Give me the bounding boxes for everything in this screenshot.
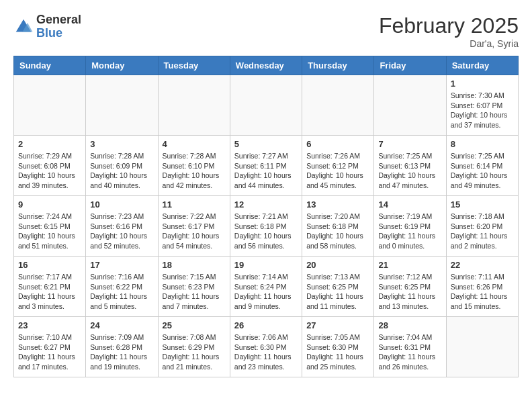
calendar-cell: 18Sunrise: 7:15 AM Sunset: 6:23 PM Dayli… [158,257,230,317]
day-number: 4 [163,139,226,149]
location-subtitle: Dar'a, Syria [379,38,519,49]
calendar-table: SundayMondayTuesdayWednesdayThursdayFrid… [13,56,519,377]
day-number: 28 [378,320,441,330]
day-info: Sunrise: 7:20 AM Sunset: 6:18 PM Dayligh… [306,212,369,251]
day-info: Sunrise: 7:16 AM Sunset: 6:22 PM Dayligh… [90,272,153,312]
day-number: 8 [451,139,514,149]
calendar-cell: 26Sunrise: 7:06 AM Sunset: 6:30 PM Dayli… [230,317,302,377]
calendar-cell: 25Sunrise: 7:08 AM Sunset: 6:29 PM Dayli… [158,317,230,377]
calendar-cell: 11Sunrise: 7:22 AM Sunset: 6:17 PM Dayli… [158,196,230,257]
calendar-cell: 22Sunrise: 7:11 AM Sunset: 6:26 PM Dayli… [446,257,518,317]
calendar-cell [14,75,86,136]
day-info: Sunrise: 7:09 AM Sunset: 6:28 PM Dayligh… [90,332,153,372]
week-row-5: 23Sunrise: 7:10 AM Sunset: 6:27 PM Dayli… [14,317,519,377]
day-number: 3 [90,139,153,149]
weekday-header-thursday: Thursday [302,56,374,75]
calendar-cell: 3Sunrise: 7:28 AM Sunset: 6:09 PM Daylig… [86,136,158,196]
page-header: General Blue February 2025 Dar'a, Syria [13,13,519,49]
day-number: 11 [163,199,226,210]
calendar-cell: 10Sunrise: 7:23 AM Sunset: 6:16 PM Dayli… [86,196,158,257]
calendar-cell: 5Sunrise: 7:27 AM Sunset: 6:11 PM Daylig… [230,136,302,196]
day-info: Sunrise: 7:14 AM Sunset: 6:24 PM Dayligh… [234,272,298,312]
logo-general: General [36,13,81,27]
day-info: Sunrise: 7:08 AM Sunset: 6:29 PM Dayligh… [163,332,226,372]
week-row-1: 1Sunrise: 7:30 AM Sunset: 6:07 PM Daylig… [14,75,519,136]
day-number: 5 [234,139,298,149]
day-number: 27 [306,320,369,330]
calendar-cell: 19Sunrise: 7:14 AM Sunset: 6:24 PM Dayli… [230,257,302,317]
day-info: Sunrise: 7:10 AM Sunset: 6:27 PM Dayligh… [18,332,81,372]
calendar-cell: 7Sunrise: 7:25 AM Sunset: 6:13 PM Daylig… [374,136,446,196]
day-number: 6 [306,139,369,149]
calendar-cell: 13Sunrise: 7:20 AM Sunset: 6:18 PM Dayli… [302,196,374,257]
day-info: Sunrise: 7:29 AM Sunset: 6:08 PM Dayligh… [18,151,81,191]
day-info: Sunrise: 7:06 AM Sunset: 6:30 PM Dayligh… [234,332,298,372]
day-info: Sunrise: 7:15 AM Sunset: 6:23 PM Dayligh… [163,272,226,312]
day-info: Sunrise: 7:19 AM Sunset: 6:19 PM Dayligh… [378,212,441,251]
calendar-cell: 16Sunrise: 7:17 AM Sunset: 6:21 PM Dayli… [14,257,86,317]
day-number: 16 [18,260,81,270]
calendar-cell: 12Sunrise: 7:21 AM Sunset: 6:18 PM Dayli… [230,196,302,257]
weekday-header-monday: Monday [86,56,158,75]
calendar-cell: 8Sunrise: 7:25 AM Sunset: 6:14 PM Daylig… [446,136,518,196]
day-info: Sunrise: 7:05 AM Sunset: 6:30 PM Dayligh… [306,332,369,372]
calendar-cell: 1Sunrise: 7:30 AM Sunset: 6:07 PM Daylig… [446,75,518,136]
day-info: Sunrise: 7:24 AM Sunset: 6:15 PM Dayligh… [18,212,81,251]
day-info: Sunrise: 7:23 AM Sunset: 6:16 PM Dayligh… [90,212,153,251]
logo-icon [13,17,34,37]
calendar-cell: 2Sunrise: 7:29 AM Sunset: 6:08 PM Daylig… [14,136,86,196]
day-number: 18 [163,260,226,270]
day-number: 19 [234,260,298,270]
weekday-header-wednesday: Wednesday [230,56,302,75]
logo: General Blue [13,13,81,40]
calendar-cell [446,317,518,377]
day-number: 13 [306,199,369,210]
day-info: Sunrise: 7:25 AM Sunset: 6:13 PM Dayligh… [378,151,441,191]
day-number: 2 [18,139,81,149]
calendar-cell: 4Sunrise: 7:28 AM Sunset: 6:10 PM Daylig… [158,136,230,196]
calendar-cell: 20Sunrise: 7:13 AM Sunset: 6:25 PM Dayli… [302,257,374,317]
calendar-cell: 23Sunrise: 7:10 AM Sunset: 6:27 PM Dayli… [14,317,86,377]
calendar-cell: 17Sunrise: 7:16 AM Sunset: 6:22 PM Dayli… [86,257,158,317]
day-number: 17 [90,260,153,270]
day-number: 1 [451,79,514,89]
calendar-cell [86,75,158,136]
day-number: 12 [234,199,298,210]
day-info: Sunrise: 7:25 AM Sunset: 6:14 PM Dayligh… [451,151,514,191]
day-number: 15 [451,199,514,210]
day-number: 20 [306,260,369,270]
day-info: Sunrise: 7:13 AM Sunset: 6:25 PM Dayligh… [306,272,369,312]
logo-text: General Blue [36,13,81,40]
day-info: Sunrise: 7:12 AM Sunset: 6:25 PM Dayligh… [378,272,441,312]
day-number: 10 [90,199,153,210]
day-info: Sunrise: 7:28 AM Sunset: 6:09 PM Dayligh… [90,151,153,191]
day-info: Sunrise: 7:27 AM Sunset: 6:11 PM Dayligh… [234,151,298,191]
calendar-cell: 28Sunrise: 7:04 AM Sunset: 6:31 PM Dayli… [374,317,446,377]
calendar-cell: 14Sunrise: 7:19 AM Sunset: 6:19 PM Dayli… [374,196,446,257]
day-info: Sunrise: 7:17 AM Sunset: 6:21 PM Dayligh… [18,272,81,312]
day-info: Sunrise: 7:21 AM Sunset: 6:18 PM Dayligh… [234,212,298,251]
day-number: 22 [451,260,514,270]
weekday-header-friday: Friday [374,56,446,75]
calendar-cell [230,75,302,136]
weekday-header-saturday: Saturday [446,56,518,75]
day-number: 21 [378,260,441,270]
calendar-cell: 24Sunrise: 7:09 AM Sunset: 6:28 PM Dayli… [86,317,158,377]
day-number: 23 [18,320,81,330]
week-row-2: 2Sunrise: 7:29 AM Sunset: 6:08 PM Daylig… [14,136,519,196]
weekday-header-row: SundayMondayTuesdayWednesdayThursdayFrid… [14,56,519,75]
day-number: 26 [234,320,298,330]
title-block: February 2025 Dar'a, Syria [379,13,519,49]
day-info: Sunrise: 7:04 AM Sunset: 6:31 PM Dayligh… [378,332,441,372]
day-info: Sunrise: 7:28 AM Sunset: 6:10 PM Dayligh… [163,151,226,191]
day-number: 25 [163,320,226,330]
month-year-title: February 2025 [379,13,519,38]
day-number: 24 [90,320,153,330]
day-info: Sunrise: 7:11 AM Sunset: 6:26 PM Dayligh… [451,272,514,312]
day-number: 7 [378,139,441,149]
calendar-cell: 6Sunrise: 7:26 AM Sunset: 6:12 PM Daylig… [302,136,374,196]
calendar-cell [374,75,446,136]
calendar-cell [158,75,230,136]
calendar-cell: 27Sunrise: 7:05 AM Sunset: 6:30 PM Dayli… [302,317,374,377]
day-info: Sunrise: 7:26 AM Sunset: 6:12 PM Dayligh… [306,151,369,191]
